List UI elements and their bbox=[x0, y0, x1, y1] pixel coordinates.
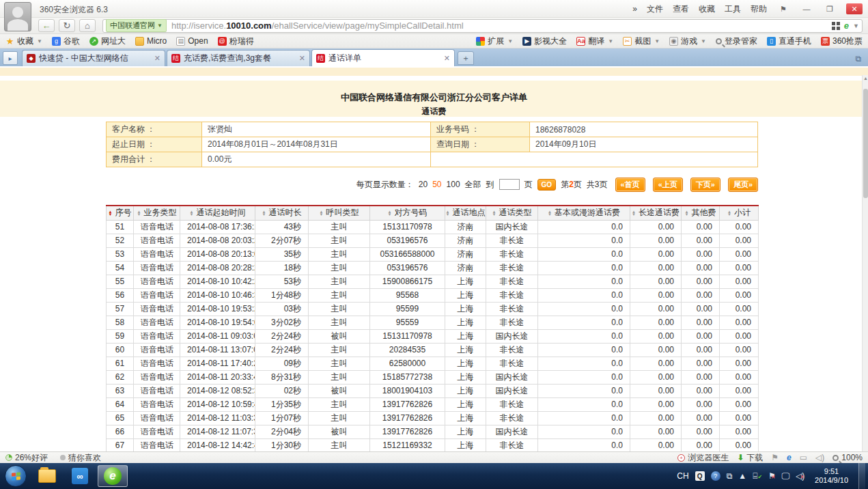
toolbar-360-ticket[interactable]: 票360抢票 bbox=[821, 36, 863, 47]
network-icon[interactable]: ⌸✔ bbox=[753, 471, 762, 481]
column-header-5[interactable]: ▲▼对方号码 bbox=[370, 206, 445, 220]
per-page-20[interactable]: 20 bbox=[419, 180, 428, 189]
guess-you-like[interactable]: 猜你喜欢 bbox=[60, 452, 101, 464]
display-icon[interactable]: 🖵 bbox=[782, 471, 790, 481]
address-bar[interactable]: 中国联通官网▼ http://iservice.10010.com/ehallS… bbox=[102, 19, 863, 33]
window-mode-icon[interactable]: ▭ bbox=[800, 453, 807, 462]
restore-button[interactable]: ❐ bbox=[823, 3, 837, 14]
toolbar-games[interactable]: ◉游戏▼ bbox=[669, 36, 706, 47]
menu-favorites[interactable]: 收藏 bbox=[699, 3, 715, 15]
column-header-7[interactable]: ▲▼通话类型 bbox=[486, 206, 538, 220]
action-center-flag-icon[interactable]: ⚑✕ bbox=[768, 471, 775, 481]
sort-icon[interactable]: ▲▼ bbox=[685, 210, 689, 216]
column-header-10[interactable]: ▲▼其他费 bbox=[682, 206, 720, 220]
pin-icon[interactable]: ⚑ bbox=[776, 3, 790, 14]
per-page-all[interactable]: 全部 bbox=[465, 179, 481, 191]
download-manager[interactable]: ⬇下载 bbox=[737, 452, 763, 464]
toolbar-screenshot[interactable]: ✂截图▼ bbox=[623, 36, 660, 47]
taskbar-explorer[interactable] bbox=[32, 465, 62, 487]
goto-page-input[interactable] bbox=[499, 179, 520, 190]
toolbar-extensions[interactable]: 扩展▼ bbox=[476, 36, 513, 47]
ime-language[interactable]: CH bbox=[677, 471, 688, 481]
sort-icon[interactable]: ▲▼ bbox=[320, 210, 324, 216]
url-text[interactable]: http://iservice.10010.com/ehallService/v… bbox=[171, 20, 828, 31]
tab-close-icon[interactable]: ✕ bbox=[444, 54, 450, 63]
new-tab-button[interactable]: ＋ bbox=[458, 51, 474, 65]
bookmark-wangzhi[interactable]: ↗网址大 bbox=[89, 36, 126, 47]
sort-icon[interactable]: ▲▼ bbox=[262, 210, 266, 216]
next-page-button[interactable]: 下页» bbox=[690, 178, 720, 192]
column-header-2[interactable]: ▲▼通话起始时间 bbox=[180, 206, 255, 220]
prev-page-button[interactable]: «上页 bbox=[653, 178, 683, 192]
toolbar-login-manager[interactable]: 登录管家 bbox=[716, 36, 757, 47]
column-header-9[interactable]: ▲▼长途通话费 bbox=[630, 206, 682, 220]
per-page-100[interactable]: 100 bbox=[447, 180, 460, 189]
menu-overflow-icon[interactable]: » bbox=[632, 4, 637, 14]
show-hidden-icons[interactable]: ▲ bbox=[738, 471, 746, 481]
help-tray-icon[interactable]: ? bbox=[711, 471, 720, 481]
window-switch-icon[interactable]: ⧉ bbox=[727, 471, 733, 481]
menu-help[interactable]: 帮助 bbox=[751, 3, 767, 15]
tab-close-icon[interactable]: ✕ bbox=[299, 54, 305, 63]
column-header-4[interactable]: ▲▼呼叫类型 bbox=[309, 206, 370, 220]
refresh-button[interactable]: ↻ bbox=[59, 19, 75, 32]
bookmark-micro[interactable]: Micro bbox=[135, 36, 167, 46]
column-header-11[interactable]: ▲▼小计 bbox=[720, 206, 759, 220]
minimize-button[interactable]: — bbox=[800, 3, 813, 14]
toolbar-translate[interactable]: Aa翻译▼ bbox=[576, 36, 613, 47]
sort-icon[interactable]: ▲▼ bbox=[727, 210, 731, 216]
column-header-3[interactable]: ▲▼通话时长 bbox=[255, 206, 309, 220]
column-header-6[interactable]: ▲▼通话地点 bbox=[445, 206, 486, 220]
sort-icon[interactable]: ▲▼ bbox=[388, 210, 392, 216]
tab-list-button[interactable]: ▸ bbox=[3, 51, 18, 65]
go-button[interactable]: GO bbox=[537, 179, 557, 191]
url-dropdown-icon[interactable]: ▼ bbox=[853, 23, 859, 29]
scrollbar-thumb[interactable] bbox=[863, 89, 868, 198]
sort-icon[interactable]: ▲▼ bbox=[190, 210, 194, 216]
site-label-chip[interactable]: 中国联通官网▼ bbox=[106, 19, 167, 32]
close-button[interactable]: ✕ bbox=[846, 3, 863, 14]
toolbar-movies[interactable]: ▶影视大全 bbox=[522, 36, 567, 47]
ie-engine-icon[interactable]: e bbox=[787, 453, 792, 462]
sort-icon[interactable]: ▲▼ bbox=[446, 210, 450, 216]
bookmark-fenruide[interactable]: @粉瑞得 bbox=[218, 36, 254, 47]
flag-icon[interactable]: ⚑ bbox=[771, 453, 779, 462]
home-button[interactable]: ⌂ bbox=[79, 19, 96, 32]
sort-icon[interactable]: ▲▼ bbox=[492, 210, 496, 216]
browser-doctor[interactable]: +浏览器医生 bbox=[677, 452, 729, 464]
column-header-8[interactable]: ▲▼基本或漫游通话费 bbox=[538, 206, 630, 220]
tab-call-detail[interactable]: 结 通话详单 ✕ bbox=[311, 49, 455, 66]
speaker-icon[interactable]: ◁) bbox=[815, 453, 824, 462]
column-header-0[interactable]: ▲▼序号 bbox=[107, 206, 134, 220]
tab-kuaisudai[interactable]: ◆ 快速贷 - 中国大型网络信 ✕ bbox=[22, 50, 165, 66]
per-page-50-selected[interactable]: 50 bbox=[432, 180, 441, 189]
site-rating[interactable]: 26%好评 bbox=[5, 452, 48, 464]
start-button[interactable] bbox=[5, 465, 27, 487]
tab-close-icon[interactable]: ✕ bbox=[154, 54, 160, 63]
taskbar-cloud-app[interactable]: ∞ bbox=[65, 465, 95, 487]
tab-chonghuafei[interactable]: 结 充话费,话费查询,3g套餐 ✕ bbox=[167, 50, 310, 66]
user-avatar[interactable] bbox=[4, 2, 31, 31]
menu-view[interactable]: 查看 bbox=[673, 3, 689, 15]
volume-muted-icon[interactable]: ◁)✕ bbox=[796, 471, 804, 481]
first-page-button[interactable]: «首页 bbox=[615, 178, 645, 192]
vertical-scrollbar[interactable]: ▲ bbox=[862, 75, 868, 451]
sort-icon[interactable]: ▲▼ bbox=[109, 210, 113, 216]
scroll-up-icon[interactable]: ▲ bbox=[863, 75, 868, 82]
show-desktop-button[interactable] bbox=[858, 463, 865, 489]
sort-icon[interactable]: ▲▼ bbox=[137, 210, 141, 216]
sort-icon[interactable]: ▲▼ bbox=[632, 210, 636, 216]
toolbar-phone[interactable]: ▯直通手机 bbox=[767, 36, 811, 47]
sort-icon[interactable]: ▲▼ bbox=[548, 210, 552, 216]
menu-tools[interactable]: 工具 bbox=[725, 3, 741, 15]
bookmark-open[interactable]: ▤Open bbox=[176, 36, 208, 46]
bookmark-favorites[interactable]: ★收藏▼ bbox=[5, 36, 42, 47]
tab-tools-icon[interactable]: ⧉ bbox=[855, 54, 861, 64]
qrcode-icon[interactable] bbox=[832, 22, 840, 30]
ime-mode-icon[interactable]: Q bbox=[695, 471, 705, 481]
bookmark-google[interactable]: g谷歌 bbox=[52, 36, 80, 47]
menu-file[interactable]: 文件 bbox=[647, 3, 663, 15]
compat-mode-icon[interactable]: e bbox=[844, 20, 849, 31]
last-page-button[interactable]: 尾页» bbox=[728, 178, 758, 192]
zoom-control[interactable]: 100% bbox=[832, 453, 863, 462]
